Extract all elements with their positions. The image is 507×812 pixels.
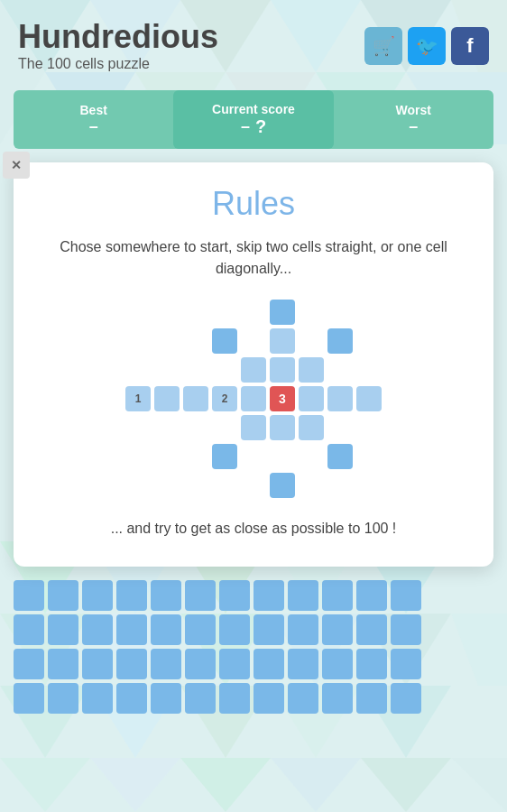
game-cell[interactable] <box>48 649 78 679</box>
bottom-game-grid <box>14 580 493 714</box>
game-cell[interactable] <box>14 649 44 679</box>
current-score-section: Current score – ? <box>173 90 333 149</box>
game-cell[interactable] <box>391 614 421 645</box>
score-bar: Best – Current score – ? Worst – <box>14 90 493 149</box>
game-cell[interactable] <box>14 614 44 645</box>
game-cell[interactable] <box>356 683 387 714</box>
game-cell[interactable] <box>82 580 113 611</box>
grid-cell[interactable] <box>241 415 266 440</box>
grid-cell-1[interactable]: 1 <box>125 386 151 411</box>
game-cell[interactable] <box>185 683 216 714</box>
game-cell[interactable] <box>288 683 318 714</box>
game-cell[interactable] <box>322 614 353 645</box>
grid-cell[interactable] <box>299 357 324 383</box>
app-title-block: Hundredious The 100 cells puzzle <box>18 18 218 72</box>
twitter-icon[interactable]: 🐦 <box>408 27 446 65</box>
game-cell[interactable] <box>48 580 78 611</box>
main-area: ✕ Rules Chose somewhere to start, skip t… <box>14 162 493 567</box>
game-cell[interactable] <box>219 649 250 679</box>
game-cell[interactable] <box>356 580 387 611</box>
grid-cell[interactable] <box>241 357 266 383</box>
game-cell[interactable] <box>254 614 284 645</box>
best-score-section: Best – <box>14 90 173 149</box>
cart-icon[interactable]: 🛒 <box>364 27 402 65</box>
grid-cell[interactable] <box>212 328 237 354</box>
game-cell[interactable] <box>356 614 387 645</box>
game-cell[interactable] <box>288 580 318 611</box>
game-cell[interactable] <box>185 614 216 645</box>
rules-bottom-text: ... and try to get as close as possible … <box>32 518 475 540</box>
game-cell[interactable] <box>254 683 284 714</box>
game-cell[interactable] <box>288 649 318 679</box>
worst-value: – <box>409 117 418 136</box>
grid-cell[interactable] <box>356 386 382 411</box>
game-cell[interactable] <box>185 649 216 679</box>
social-icons: 🛒 🐦 f <box>364 27 489 65</box>
grid-row-2 <box>125 328 382 354</box>
grid-cell[interactable] <box>270 300 295 325</box>
game-cell[interactable] <box>151 614 181 645</box>
close-button[interactable]: ✕ <box>3 152 30 179</box>
grid-cell[interactable] <box>327 328 353 354</box>
rules-dialog: ✕ Rules Chose somewhere to start, skip t… <box>14 162 493 567</box>
grid-cell[interactable] <box>299 386 324 411</box>
app-subtitle: The 100 cells puzzle <box>18 56 218 72</box>
bottom-grid-row <box>14 580 493 611</box>
rules-title: Rules <box>32 185 475 223</box>
game-cell[interactable] <box>82 683 113 714</box>
game-cell[interactable] <box>391 580 421 611</box>
grid-cell-3[interactable]: 3 <box>270 386 295 411</box>
bottom-grid-row <box>14 614 493 645</box>
facebook-icon[interactable]: f <box>451 27 489 65</box>
grid-cell[interactable] <box>270 415 295 440</box>
app-title: Hundredious <box>18 18 218 56</box>
game-cell[interactable] <box>151 649 181 679</box>
grid-cell[interactable] <box>212 444 237 469</box>
grid-row-6 <box>125 444 382 469</box>
game-cell[interactable] <box>151 580 181 611</box>
game-cell[interactable] <box>14 580 44 611</box>
game-cell[interactable] <box>219 580 250 611</box>
game-cell[interactable] <box>116 614 147 645</box>
game-cell[interactable] <box>219 683 250 714</box>
game-cell[interactable] <box>288 614 318 645</box>
grid-cell[interactable] <box>327 386 353 411</box>
best-value: – <box>89 117 98 136</box>
game-cell[interactable] <box>151 683 181 714</box>
game-cell[interactable] <box>185 580 216 611</box>
grid-row-7 <box>125 473 382 498</box>
game-cell[interactable] <box>48 614 78 645</box>
game-cell[interactable] <box>254 649 284 679</box>
game-cell[interactable] <box>322 649 353 679</box>
grid-cell[interactable] <box>241 386 266 411</box>
grid-cell[interactable] <box>270 328 295 354</box>
grid-row-3 <box>125 357 382 383</box>
bottom-grid-row <box>14 649 493 679</box>
game-cell[interactable] <box>322 580 353 611</box>
worst-score-section: Worst – <box>334 90 493 149</box>
game-cell[interactable] <box>116 580 147 611</box>
game-cell[interactable] <box>391 683 421 714</box>
grid-cell[interactable] <box>183 386 208 411</box>
game-cell[interactable] <box>219 614 250 645</box>
game-cell[interactable] <box>82 614 113 645</box>
grid-cell[interactable] <box>270 357 295 383</box>
game-cell[interactable] <box>116 683 147 714</box>
game-cell[interactable] <box>356 649 387 679</box>
current-label: Current score <box>212 102 295 116</box>
game-cell[interactable] <box>391 649 421 679</box>
bottom-grid-row <box>14 683 493 714</box>
grid-cell[interactable] <box>154 386 180 411</box>
game-cell[interactable] <box>116 649 147 679</box>
game-cell[interactable] <box>14 683 44 714</box>
game-cell[interactable] <box>254 580 284 611</box>
grid-cell[interactable] <box>327 444 353 469</box>
game-cell[interactable] <box>322 683 353 714</box>
grid-row-4: 1 2 3 <box>125 386 382 411</box>
grid-cell-2[interactable]: 2 <box>212 386 237 411</box>
game-cell[interactable] <box>48 683 78 714</box>
grid-cell[interactable] <box>299 415 324 440</box>
current-value: – <box>241 117 250 136</box>
game-cell[interactable] <box>82 649 113 679</box>
grid-cell[interactable] <box>270 473 295 498</box>
